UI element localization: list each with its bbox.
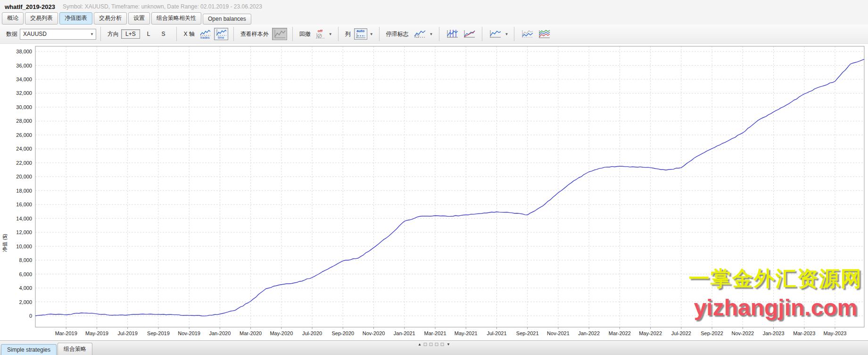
underwater-chart-button[interactable] bbox=[520, 28, 535, 40]
y-tick-label: 36,000 bbox=[16, 63, 32, 68]
y-tick-label: 34,000 bbox=[16, 76, 32, 82]
toolbar-separator bbox=[379, 27, 380, 41]
x-tick-label: Mar-2022 bbox=[609, 330, 631, 336]
y-tick-label: 6,000 bbox=[19, 271, 32, 277]
drawdown-mode-button[interactable]: off bbox=[314, 28, 326, 40]
x-tick-label: Mar-2023 bbox=[793, 330, 815, 336]
tab-3[interactable]: 交易分析 bbox=[94, 12, 127, 25]
watermark-site-url: yizhangjin.com bbox=[686, 295, 865, 321]
tab-2[interactable]: 净值图表 bbox=[59, 12, 92, 25]
x-tick-label: Jan-2021 bbox=[394, 330, 415, 336]
direction-button-s[interactable]: S bbox=[157, 29, 169, 39]
time-caption: time bbox=[218, 36, 224, 39]
chevron-down-icon: ▼ bbox=[90, 32, 94, 36]
splitter-down-icon[interactable]: ▼ bbox=[446, 342, 450, 347]
x-tick-label: Jul-2021 bbox=[487, 330, 506, 336]
x-tick-label: Nov-2020 bbox=[363, 330, 385, 336]
y-tick-label: 38,000 bbox=[16, 49, 32, 54]
x-tick-label: Mar-2020 bbox=[240, 330, 262, 336]
tab-4[interactable]: 设置 bbox=[128, 12, 150, 25]
y-tick-label: 32,000 bbox=[16, 90, 32, 96]
stagnation-label: 停滞标志 bbox=[386, 30, 409, 38]
equity-view-button[interactable] bbox=[488, 28, 503, 40]
tab-1[interactable]: 交易列表 bbox=[25, 12, 58, 25]
direction-label: 方向 bbox=[107, 30, 119, 38]
toolbar-separator bbox=[514, 27, 514, 41]
toolbar-separator bbox=[482, 27, 482, 41]
equity-view-dropdown-icon[interactable]: ▼ bbox=[505, 32, 509, 36]
x-tick-label: Sep-2020 bbox=[331, 330, 354, 336]
trendline-chart-button[interactable] bbox=[462, 28, 477, 40]
x-tick-label: Jul-2022 bbox=[671, 330, 691, 336]
equity-chart-area: 02,0004,0006,0008,00010,00012,00014,0001… bbox=[0, 44, 868, 340]
direction-button-group: L+SLS bbox=[121, 29, 172, 39]
y-tick-label: 28,000 bbox=[16, 118, 32, 124]
columns-mode-button[interactable]: auto bbox=[354, 28, 367, 40]
splitter-up-icon[interactable]: ▲ bbox=[418, 342, 422, 347]
x-tick-label: May-2022 bbox=[639, 330, 662, 336]
symbol-select[interactable]: XAUUSD ▼ bbox=[20, 29, 96, 40]
x-tick-label: May-2019 bbox=[85, 330, 108, 336]
x-tick-label: Jan-2023 bbox=[763, 330, 785, 336]
toolbar-separator bbox=[292, 27, 293, 41]
toolbar-separator bbox=[233, 27, 234, 41]
xaxis-time-button[interactable]: time bbox=[214, 28, 228, 40]
stagnation-marker-button[interactable] bbox=[412, 28, 427, 40]
result-title: whatIf_2019-2023 bbox=[5, 3, 55, 10]
bottom-bar: Simple strategies组合策略 ▲ ▼ bbox=[0, 340, 868, 355]
y-axis-title: 净值 ($) bbox=[1, 224, 8, 262]
multi-series-chart-icon bbox=[538, 29, 550, 39]
y-tick-label: 26,000 bbox=[16, 132, 32, 138]
stagnation-chart-icon bbox=[413, 29, 426, 39]
splitter-dot bbox=[430, 343, 433, 346]
xaxis-trades-button[interactable]: trades bbox=[198, 28, 212, 40]
splitter-control[interactable]: ▲ ▼ bbox=[418, 342, 450, 347]
drawdown-dropdown-icon[interactable]: ▼ bbox=[329, 32, 332, 36]
result-subtitle: Symbol: XAUUSD, Timeframe: unknown, Date… bbox=[63, 3, 262, 10]
stagnation-dropdown-icon[interactable]: ▼ bbox=[430, 32, 433, 36]
vertical-markers-chart-button[interactable] bbox=[445, 28, 460, 40]
x-tick-label: Jul-2020 bbox=[302, 330, 322, 336]
result-title-bar: whatIf_2019-2023 Symbol: XAUUSD, Timefra… bbox=[0, 0, 868, 13]
y-tick-label: 16,000 bbox=[16, 202, 32, 207]
columns-label: 列 bbox=[345, 30, 351, 38]
direction-button-l-s[interactable]: L+S bbox=[121, 29, 140, 39]
direction-button-l[interactable]: L bbox=[143, 29, 155, 39]
tab-6[interactable]: Open balances bbox=[203, 14, 251, 25]
trades-chart-icon bbox=[199, 29, 211, 36]
drawdown-label: 回撤 bbox=[299, 30, 311, 38]
tab-5[interactable]: 组合策略相关性 bbox=[151, 12, 201, 25]
x-tick-label: Nov-2019 bbox=[178, 330, 200, 336]
toolbar-separator bbox=[176, 27, 177, 41]
y-tick-label: 20,000 bbox=[16, 174, 32, 179]
tab-0[interactable]: 概论 bbox=[2, 12, 24, 25]
underwater-chart-icon bbox=[521, 29, 533, 39]
out-of-sample-button[interactable] bbox=[272, 28, 287, 40]
symbol-select-value: XAUUSD bbox=[23, 31, 47, 37]
out-of-sample-chart-icon bbox=[273, 29, 286, 39]
drawdown-state-text: off bbox=[318, 29, 322, 33]
x-tick-label: Mar-2021 bbox=[424, 330, 446, 336]
y-tick-label: 12,000 bbox=[16, 229, 32, 235]
splitter-dot bbox=[424, 343, 427, 346]
out-of-sample-label: 查看样本外 bbox=[240, 30, 269, 38]
x-tick-label: Sep-2019 bbox=[147, 330, 170, 336]
y-tick-label: 30,000 bbox=[16, 104, 32, 110]
y-tick-label: 18,000 bbox=[16, 188, 32, 194]
bottom-tab-0[interactable]: Simple strategies bbox=[1, 344, 57, 355]
watermark-site-name: 一掌金外汇资源网 bbox=[686, 265, 865, 293]
x-tick-label: Mar-2019 bbox=[55, 330, 77, 336]
vertical-markers-chart-icon bbox=[446, 29, 458, 39]
bottom-tab-1[interactable]: 组合策略 bbox=[58, 343, 92, 355]
y-tick-label: 2,000 bbox=[19, 299, 32, 305]
multi-series-chart-button[interactable] bbox=[537, 28, 552, 40]
x-tick-label: Sep-2022 bbox=[701, 330, 723, 336]
y-tick-label: 0 bbox=[29, 313, 32, 319]
columns-dropdown-icon[interactable]: ▼ bbox=[370, 32, 373, 36]
trendline-chart-icon bbox=[463, 29, 475, 39]
x-tick-label: May-2023 bbox=[824, 330, 847, 336]
quantanalyzer-window: whatIf_2019-2023 Symbol: XAUUSD, Timefra… bbox=[0, 0, 868, 355]
y-tick-label: 10,000 bbox=[16, 244, 32, 249]
trades-caption: trades bbox=[200, 36, 209, 39]
data-label: 数据 bbox=[6, 30, 17, 38]
